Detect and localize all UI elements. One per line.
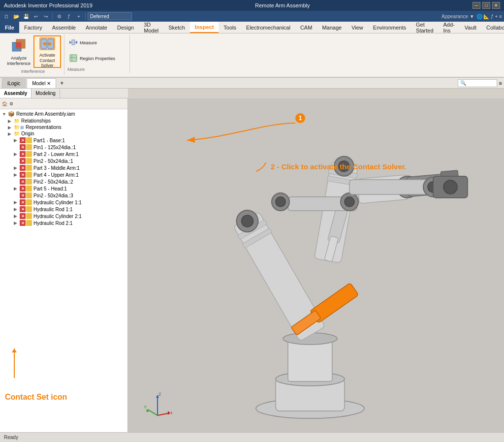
tree-part4[interactable]: ▶ ✕ Part 4 - Upper Arm:1 xyxy=(0,171,127,178)
qa-function[interactable]: ƒ xyxy=(64,12,73,21)
tree-part2[interactable]: ▶ ✕ Part 2 - Lower Arm:1 xyxy=(0,151,127,158)
menu-assemble[interactable]: Assemble xyxy=(47,22,81,33)
menu-manage[interactable]: Manage xyxy=(317,22,346,33)
tree-hydraulic-rod2[interactable]: ▶ ✕ Hydraulic Rod 2:1 xyxy=(0,220,127,226)
close-button[interactable]: ✕ xyxy=(492,2,500,9)
menu-3dmodel[interactable]: 3D Model xyxy=(139,22,163,33)
qa-new[interactable]: 🗋 xyxy=(2,12,11,21)
svg-rect-19 xyxy=(288,340,332,381)
svg-rect-13 xyxy=(70,55,77,62)
tree-part1[interactable]: ▶ ✕ Part1 - Base:1 xyxy=(0,137,127,144)
menu-environments[interactable]: Environments xyxy=(368,22,411,33)
svg-line-59 xyxy=(148,410,158,415)
activate-contact-solver-button[interactable]: ActivateContact Solver xyxy=(33,35,61,68)
menu-design[interactable]: Design xyxy=(112,22,139,33)
measure-button[interactable]: Measure xyxy=(67,35,117,50)
render-label: Appearance ▼ xyxy=(441,14,474,19)
canvas-area[interactable]: 1 2 - Click to activate the Contact Solv… xyxy=(128,98,504,436)
tree-pin1[interactable]: ✕ Pin1 - 125x24dia.:1 xyxy=(0,144,127,151)
search-box[interactable] xyxy=(88,12,132,20)
tree-hydraulic-cyl2[interactable]: ▶ ✕ Hydraulic Cylinder 2:1 xyxy=(0,213,127,220)
menu-bar: File Factory Assemble Annotate Design 3D… xyxy=(0,22,504,33)
svg-point-45 xyxy=(345,197,354,207)
interference-group-label: Interference xyxy=(21,69,45,75)
tree-pin2-1[interactable]: ✕ Pin2 - 50x24dia.:1 xyxy=(0,158,127,164)
tree-origin[interactable]: ▶ 📁 Origin xyxy=(0,130,127,137)
annotation-1: 1 xyxy=(295,113,305,123)
status-bar: Ready xyxy=(0,432,504,442)
ilogic-tab[interactable]: iLogic xyxy=(2,78,26,88)
sidebar-settings-icon: ⚙ xyxy=(9,101,13,106)
measure-icon xyxy=(69,38,78,48)
tree-root[interactable]: ▼ 📦 Remote Arm Assembly.iam xyxy=(0,110,127,118)
root-icons: 📦 xyxy=(8,111,15,117)
contact-set-label: Contact Set icon xyxy=(5,392,67,403)
menu-factory[interactable]: Factory xyxy=(19,22,47,33)
tree-part5[interactable]: ▶ ✕ Part 5 - Head:1 xyxy=(0,185,127,192)
minimize-button[interactable]: ─ xyxy=(472,2,480,9)
tree-root-label: Remote Arm Assembly.iam xyxy=(16,111,75,117)
maximize-button[interactable]: □ xyxy=(482,2,490,9)
svg-text:Y: Y xyxy=(144,405,147,410)
qa-right-area: Appearance ▼ 🌐 📐 ƒ + ≡ xyxy=(441,14,502,19)
arrow-up-indicator xyxy=(14,348,15,378)
menu-sketch[interactable]: Sketch xyxy=(163,22,190,33)
analyze-interference-label: AnalyzeInterference xyxy=(7,56,31,66)
region-properties-icon xyxy=(69,54,78,63)
menu-vault[interactable]: Vault xyxy=(460,22,481,33)
menu-collaborate[interactable]: Collaborate xyxy=(481,22,504,33)
svg-rect-12 xyxy=(72,40,75,45)
add-tab-button[interactable]: + xyxy=(57,79,66,88)
tree-hydraulic-cyl1[interactable]: ▶ ✕ Hydraulic Cylinder 1:1 xyxy=(0,199,127,206)
qa-undo[interactable]: ↩ xyxy=(32,12,40,21)
svg-point-43 xyxy=(276,197,285,207)
tabs-row: iLogic Model ✕ + ≡ xyxy=(0,78,504,89)
sidebar-section-tabs: Assembly Modeling xyxy=(0,89,128,98)
expand-icon: ▼ xyxy=(2,112,8,117)
svg-text:Z: Z xyxy=(158,392,161,397)
region-properties-button[interactable]: Region Properties xyxy=(67,51,126,66)
ribbon-group-interference: AnalyzeInterference ActivateContact Solv… xyxy=(2,34,64,75)
ribbon-group-measure: Measure Region Properties Measure xyxy=(64,34,130,73)
sidebar-home-icon: 🏠 xyxy=(2,101,7,106)
title-bar: Autodesk Inventor Professional 2019 Remo… xyxy=(0,0,504,11)
window-controls[interactable]: ─ □ ✕ xyxy=(472,2,500,9)
qa-more[interactable]: + xyxy=(74,12,83,21)
modeling-tab[interactable]: Modeling xyxy=(32,89,60,98)
tree-part3[interactable]: ▶ ✕ Part 3 - Middle Arm:1 xyxy=(0,164,127,171)
measure-label: Measure xyxy=(80,40,97,45)
analyze-interference-icon xyxy=(10,37,28,55)
menu-file[interactable]: File xyxy=(0,22,19,33)
tree-pin2-2[interactable]: ✕ Pin2 - 50x24dia.:2 xyxy=(0,178,127,185)
title-right: Remote Arm Assembly xyxy=(255,2,310,8)
qa-open[interactable]: 📂 xyxy=(12,12,21,21)
tree-pin2-3[interactable]: ✕ Pin2 - 50x24dia.:3 xyxy=(0,192,127,199)
menu-view[interactable]: View xyxy=(346,22,368,33)
menu-electromechanical[interactable]: Electromechanical xyxy=(241,22,295,33)
menu-addins[interactable]: Add-Ins xyxy=(439,22,460,33)
tab-search[interactable] xyxy=(458,79,497,87)
menu-tools[interactable]: Tools xyxy=(219,22,241,33)
menu-cam[interactable]: CAM xyxy=(295,22,317,33)
qa-save[interactable]: 💾 xyxy=(22,12,31,21)
tree-hydraulic-rod1[interactable]: ▶ ✕ Hydraulic Rod 1:1 xyxy=(0,206,127,213)
assembly-tab[interactable]: Assembly xyxy=(0,89,32,98)
menu-getstarted[interactable]: Get Started xyxy=(411,22,438,33)
svg-point-7 xyxy=(48,42,51,45)
qa-redo[interactable]: ↪ xyxy=(41,12,50,21)
annotation-2-text: 2 - Click to activate the Contact Solver… xyxy=(271,162,407,171)
tab-chevron[interactable]: ≡ xyxy=(499,80,502,86)
activate-contact-solver-label: ActivateContact Solver xyxy=(35,53,59,68)
analyze-interference-button[interactable]: AnalyzeInterference xyxy=(5,35,32,68)
sidebar: 🏠 ⚙ ▼ 📦 Remote Arm Assembly.iam ▶ 📁 Rela… xyxy=(0,98,128,436)
svg-point-50 xyxy=(443,180,457,194)
model-tab[interactable]: Model ✕ xyxy=(27,78,56,88)
status-text: Ready xyxy=(4,435,18,440)
tree-representations[interactable]: ▶ 📁 ⊞ Representations xyxy=(0,124,127,130)
qa-properties[interactable]: ⚙ xyxy=(55,12,63,21)
menu-annotate[interactable]: Annotate xyxy=(81,22,112,33)
qa-icons: 🌐 📐 ƒ + ≡ xyxy=(476,14,502,19)
svg-point-6 xyxy=(43,42,46,45)
menu-inspect[interactable]: Inspect xyxy=(190,22,219,33)
tree-relationships[interactable]: ▶ 📁 Relationships xyxy=(0,118,127,124)
